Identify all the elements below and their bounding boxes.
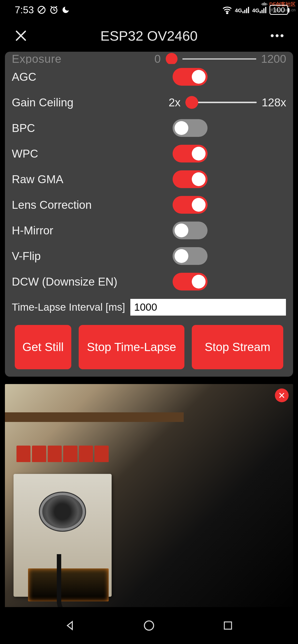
exposure-slider-thumb[interactable] bbox=[166, 53, 178, 64]
lens-correction-row: Lens Correction bbox=[5, 192, 293, 218]
v-flip-row: V-Flip bbox=[5, 243, 293, 269]
agc-row: AGC bbox=[5, 64, 293, 90]
exposure-row-partial: Exposure 0 1200 bbox=[5, 52, 293, 64]
dcw-toggle[interactable] bbox=[173, 273, 208, 290]
h-mirror-label: H-Mirror bbox=[12, 224, 53, 237]
svg-point-12 bbox=[227, 12, 228, 14]
nav-home-button[interactable] bbox=[140, 617, 158, 634]
wpc-toggle[interactable] bbox=[173, 145, 208, 162]
nav-back-button[interactable] bbox=[62, 617, 79, 634]
wifi-icon bbox=[222, 6, 232, 14]
time-lapse-row: Time-Lapse Interval [ms] bbox=[5, 294, 293, 320]
gain-ceiling-slider[interactable] bbox=[185, 96, 257, 108]
bpc-row: BPC bbox=[5, 115, 293, 141]
svg-rect-3 bbox=[261, 4, 262, 5]
stop-stream-button[interactable]: Stop Stream bbox=[192, 325, 283, 369]
app-header: ESP32 OV2460 bbox=[0, 20, 298, 52]
close-preview-button[interactable] bbox=[275, 388, 289, 402]
get-still-button[interactable]: Get Still bbox=[15, 325, 71, 369]
close-button[interactable] bbox=[12, 27, 29, 44]
agc-label: AGC bbox=[12, 70, 36, 84]
dcw-row: DCW (Downsize EN) bbox=[5, 269, 293, 294]
exposure-min: 0 bbox=[154, 52, 161, 64]
exposure-slider-track[interactable] bbox=[182, 58, 256, 60]
more-button[interactable] bbox=[269, 27, 286, 44]
page-title: ESP32 OV2460 bbox=[29, 28, 269, 44]
system-nav-bar bbox=[0, 607, 298, 644]
svg-point-23 bbox=[271, 34, 274, 37]
gain-ceiling-max: 128x bbox=[262, 96, 286, 109]
gain-ceiling-label: Gain Ceiling bbox=[12, 96, 73, 109]
status-time: 7:53 bbox=[15, 4, 34, 16]
agc-toggle[interactable] bbox=[173, 68, 208, 86]
svg-line-11 bbox=[55, 6, 57, 8]
signal-1: 4G bbox=[235, 6, 250, 13]
stop-timelapse-button[interactable]: Stop Time-Lapse bbox=[79, 325, 184, 369]
gain-ceiling-min: 2x bbox=[169, 96, 181, 109]
svg-rect-29 bbox=[224, 622, 231, 629]
time-lapse-label: Time-Lapse Interval [ms] bbox=[12, 301, 125, 313]
svg-point-25 bbox=[281, 34, 284, 37]
svg-rect-15 bbox=[246, 8, 247, 13]
raw-gma-toggle[interactable] bbox=[173, 170, 208, 188]
v-flip-toggle[interactable] bbox=[173, 247, 208, 265]
camera-preview bbox=[5, 384, 293, 620]
v-flip-label: V-Flip bbox=[12, 250, 41, 263]
svg-rect-0 bbox=[262, 3, 267, 6]
svg-line-10 bbox=[51, 6, 52, 8]
settings-panel: Exposure 0 1200 AGC Gain Ceiling 2x 128x… bbox=[5, 52, 293, 377]
h-mirror-row: H-Mirror bbox=[5, 218, 293, 243]
svg-rect-4 bbox=[267, 4, 268, 5]
svg-line-6 bbox=[39, 8, 44, 12]
time-lapse-input[interactable] bbox=[130, 298, 286, 316]
svg-rect-16 bbox=[248, 7, 249, 13]
wpc-label: WPC bbox=[12, 147, 38, 160]
h-mirror-toggle[interactable] bbox=[173, 222, 208, 239]
bpc-toggle[interactable] bbox=[173, 119, 208, 137]
bpc-label: BPC bbox=[12, 121, 35, 135]
battery-indicator: 100 bbox=[270, 5, 288, 15]
svg-rect-13 bbox=[243, 11, 244, 13]
dcw-label: DCW (Downsize EN) bbox=[12, 275, 117, 288]
lens-correction-toggle[interactable] bbox=[173, 196, 208, 214]
status-bar: 7:53 4G 4G 100 bbox=[0, 0, 298, 20]
speed-icon bbox=[37, 5, 46, 14]
nav-recent-button[interactable] bbox=[219, 617, 237, 634]
gain-ceiling-row: Gain Ceiling 2x 128x bbox=[5, 90, 293, 115]
svg-rect-14 bbox=[244, 10, 245, 13]
lens-correction-label: Lens Correction bbox=[12, 198, 92, 212]
raw-gma-label: Raw GMA bbox=[12, 172, 63, 186]
robot-icon bbox=[261, 2, 268, 6]
exposure-max: 1200 bbox=[261, 52, 286, 64]
wpc-row: WPC bbox=[5, 141, 293, 166]
raw-gma-row: Raw GMA bbox=[5, 166, 293, 192]
dnd-moon-icon bbox=[61, 6, 70, 14]
svg-point-28 bbox=[144, 621, 154, 630]
alarm-icon bbox=[49, 5, 58, 14]
svg-point-24 bbox=[276, 34, 279, 37]
